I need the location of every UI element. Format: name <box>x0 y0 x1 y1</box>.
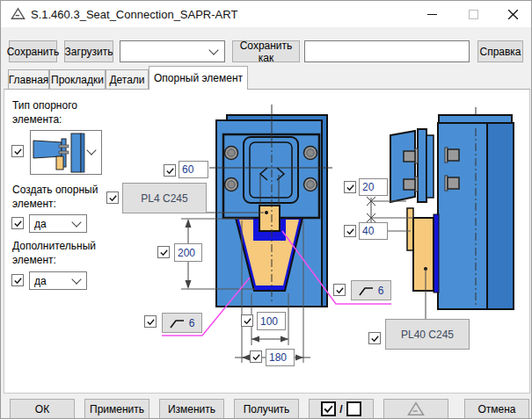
maximize-icon <box>469 10 478 19</box>
type-selector-dropdown[interactable] <box>30 130 102 175</box>
dim-40-input[interactable] <box>359 222 388 240</box>
close-icon <box>508 10 518 19</box>
plate-right-checkbox[interactable] <box>368 332 381 344</box>
save-button[interactable]: Сохранить <box>9 40 57 62</box>
dim-20-input[interactable] <box>359 178 388 196</box>
dim-180-checkbox[interactable] <box>250 350 262 363</box>
additional-select[interactable]: да <box>29 271 87 290</box>
type-checkbox[interactable] <box>11 145 24 157</box>
type-label-line1: Тип опорного <box>12 99 77 112</box>
dim-60-checkbox[interactable] <box>164 164 176 177</box>
bolt-icon <box>304 178 317 191</box>
apply-button[interactable]: Применить <box>84 399 149 419</box>
preset-combobox[interactable] <box>120 40 225 62</box>
chevron-down-icon <box>208 45 218 54</box>
bolt-icon <box>225 178 238 191</box>
weld-right-button[interactable]: 6 <box>351 280 391 300</box>
close-button[interactable] <box>492 1 532 27</box>
additional-label-line2: элемент: <box>12 254 56 266</box>
toggle-all-checkboxes-button[interactable]: / <box>309 399 374 419</box>
tab-glavnaya[interactable]: Главная <box>8 69 49 89</box>
dim-100-checkbox[interactable] <box>241 314 253 327</box>
unchecked-checkbox-icon <box>346 401 361 416</box>
dim-40-checkbox[interactable] <box>344 225 356 237</box>
bolt-icon <box>304 147 317 160</box>
help-button[interactable]: Справка <box>477 40 523 62</box>
chevron-down-icon <box>86 145 96 155</box>
logo-button[interactable] <box>383 399 448 419</box>
additional-checkbox[interactable] <box>11 274 24 286</box>
dim-200-checkbox[interactable] <box>157 246 170 258</box>
plate-left-checkbox[interactable] <box>106 191 119 204</box>
chevron-down-icon <box>71 217 81 227</box>
weld-left-value: 6 <box>189 317 195 329</box>
load-button[interactable]: Загрузить <box>64 40 113 62</box>
weld-left-checkbox[interactable] <box>144 315 157 328</box>
checked-checkbox-icon <box>321 401 336 416</box>
logo-triangle-icon <box>406 401 426 416</box>
side-view <box>390 107 514 309</box>
name-input[interactable] <box>304 40 470 62</box>
minimize-icon <box>427 14 437 15</box>
type-preview-image <box>33 133 87 173</box>
toggle-separator: / <box>339 403 342 415</box>
save-as-button[interactable]: Сохранить как <box>232 40 300 62</box>
tab-detali[interactable]: Детали <box>106 69 149 89</box>
plate-right-button[interactable]: PL40 C245 <box>385 319 470 350</box>
get-button[interactable]: Получить <box>234 399 299 419</box>
create-label-line2: элемент: <box>12 198 56 210</box>
tab-oporny-element[interactable]: Опорный элемент <box>149 66 248 90</box>
dim-60-input[interactable] <box>179 161 208 178</box>
additional-label-line1: Дополнительный <box>12 240 96 252</box>
weld-symbol-icon <box>170 318 185 329</box>
dim-20-checkbox[interactable] <box>344 181 356 193</box>
ok-button[interactable]: ОК <box>10 399 75 419</box>
additional-select-value: да <box>34 275 47 287</box>
chevron-down-icon <box>71 274 81 284</box>
edit-button[interactable]: Изменить <box>159 399 224 419</box>
dim-100-input[interactable] <box>257 312 286 330</box>
plate-left-button[interactable]: PL4 C245 <box>122 183 207 213</box>
tab-prokladki[interactable]: Прокладки <box>49 69 106 89</box>
weld-right-checkbox[interactable] <box>333 284 346 296</box>
bolt-icon <box>225 147 238 160</box>
dim-200-input[interactable] <box>174 243 202 262</box>
type-label-line2: элемента: <box>12 113 62 126</box>
create-label-line1: Создать опорный <box>12 184 98 196</box>
front-view <box>216 105 327 307</box>
dialog-window: S.1.460.3_Seat_Connection_SAPR-ART Сохра… <box>0 0 532 419</box>
dim-180-input[interactable] <box>266 349 295 366</box>
cancel-button[interactable]: Отмена <box>464 399 529 419</box>
maximize-button[interactable] <box>453 1 493 27</box>
create-select[interactable]: да <box>29 214 87 233</box>
create-checkbox[interactable] <box>11 217 24 229</box>
weld-symbol-icon <box>359 285 374 296</box>
minimize-button[interactable] <box>412 1 452 27</box>
weld-left-button[interactable]: 6 <box>162 313 202 333</box>
create-select-value: да <box>34 218 47 230</box>
window-title: S.1.460.3_Seat_Connection_SAPR-ART <box>31 8 237 21</box>
app-logo-icon <box>11 7 26 20</box>
titlebar: S.1.460.3_Seat_Connection_SAPR-ART <box>1 1 531 27</box>
weld-right-value: 6 <box>378 285 384 297</box>
